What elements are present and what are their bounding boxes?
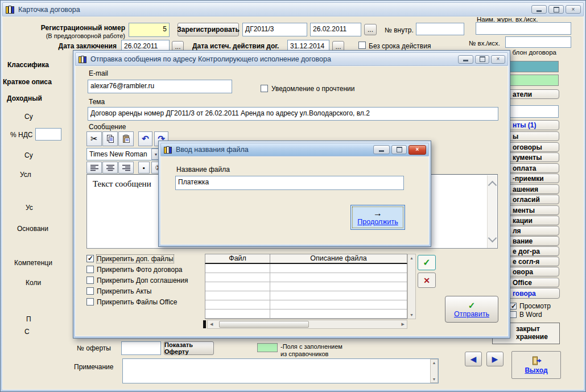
message-close-button[interactable]: × (491, 55, 505, 64)
filename-dialog-titlebar: Ввод названия файла × (160, 143, 429, 156)
conclusion-date-label: Дата заключения (23, 42, 117, 50)
no-term-label: Без срока действия (369, 42, 431, 50)
message-restore-button[interactable] (475, 55, 489, 64)
exit-label: Выход (525, 366, 547, 374)
register-button[interactable]: Зарегистрировать (178, 23, 239, 36)
reg-number-label: Регистрационный номер (11, 24, 125, 32)
no-term-checkbox[interactable] (358, 42, 366, 49)
label-s: С (24, 328, 30, 336)
show-offer-button[interactable]: Показать Оферту (164, 341, 214, 355)
label-p: П (26, 315, 31, 323)
reg-number-sublabel: (В преддоговорной работе) (11, 32, 125, 40)
label-income: Доходный (7, 94, 42, 102)
legend-swatch (257, 343, 278, 352)
contract-number-field[interactable]: ДГ2011/3 (242, 23, 307, 36)
word-checkbox[interactable] (510, 311, 517, 318)
nav-prev-button[interactable]: ◀ (465, 352, 482, 366)
legend-line1: -Поля с заполнением (280, 343, 342, 350)
label-terms-2: Ус (26, 204, 33, 212)
reg-date-field[interactable]: 26.02.2011 (310, 23, 361, 36)
scroll-down-icon[interactable]: ▼ (432, 377, 436, 381)
screen: Карточка договора × Регистрационный номе… (0, 0, 586, 392)
offer-number-label: № оферты (77, 344, 111, 352)
scroll-up-icon[interactable]: ▲ (432, 361, 436, 365)
message-dialog-titlebar: Отправка сообщения по адресу Контролирую… (75, 52, 508, 66)
reg-date-browse-button[interactable]: ... (364, 24, 377, 35)
note-textarea[interactable] (122, 358, 439, 383)
dialog-books-icon (79, 56, 87, 63)
nav-next-button[interactable]: ▶ (486, 352, 504, 366)
journal-name-field[interactable] (476, 22, 571, 35)
word-label: В Word (519, 311, 542, 319)
note-label: Примечание (74, 363, 113, 371)
label-basis: Основани (17, 225, 48, 233)
label-vat: % НДС (10, 131, 32, 139)
label-quantity: Коли (26, 279, 41, 287)
vat-field[interactable] (35, 128, 61, 141)
label-competence: Компетенци (14, 259, 52, 267)
reg-number-field[interactable]: 5 (129, 23, 170, 37)
inout-number-label: № вх./исх. (469, 39, 500, 47)
dialog-books-icon (164, 146, 172, 154)
offer-number-field[interactable] (121, 341, 161, 355)
filename-dialog-title: Ввод названия файла (176, 146, 249, 154)
expiry-date-label: Дата истеч. действия дог. (192, 42, 279, 50)
message-dialog-title: Отправка сообщения по адресу Контролирую… (90, 55, 331, 63)
exit-door-icon (531, 356, 542, 365)
internal-number-field[interactable] (416, 23, 464, 35)
filename-close-button[interactable]: × (408, 145, 426, 155)
view-checkbox[interactable] (510, 303, 517, 310)
label-sum-2: Су (24, 151, 33, 159)
exit-button[interactable]: Выход (511, 351, 561, 379)
filename-restore-button[interactable] (391, 145, 407, 154)
label-terms-1: Усл (20, 171, 31, 179)
filename-dialog: Ввод названия файла × (158, 141, 431, 247)
internal-number-label: № внутр. (385, 26, 414, 34)
note-scrollbar[interactable]: ▲ ▼ (430, 359, 438, 383)
label-sum-1: Су (24, 113, 33, 121)
filename-dialog-client (160, 156, 429, 245)
message-minimize-button[interactable] (458, 55, 473, 64)
label-classification: Классифика (7, 61, 49, 69)
label-short-description: Краткое описа (3, 78, 52, 86)
legend-line2: из справочников (280, 350, 328, 358)
filename-minimize-button[interactable] (373, 145, 390, 154)
view-label: Просмотр (519, 302, 551, 310)
inout-number-field[interactable] (505, 36, 571, 48)
